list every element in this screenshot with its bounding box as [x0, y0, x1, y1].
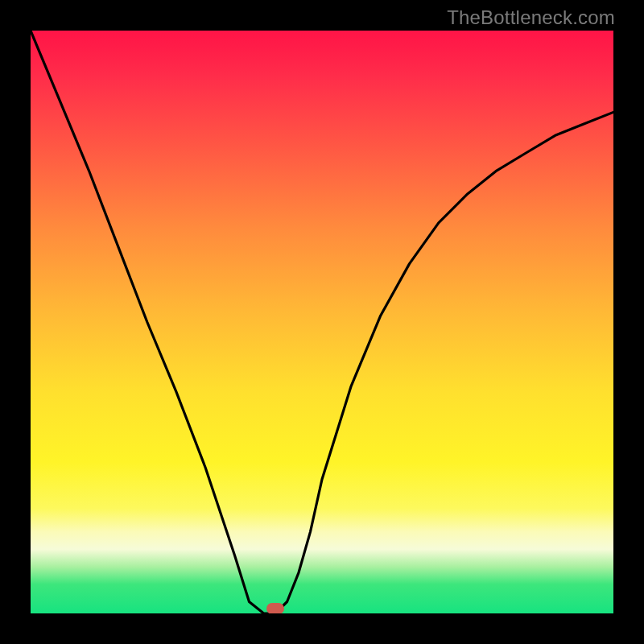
- curve-layer: [31, 31, 613, 613]
- bottleneck-curve: [31, 31, 613, 613]
- optimum-marker: [266, 603, 284, 613]
- plot-area: [31, 31, 613, 613]
- attribution-text: TheBottleneck.com: [447, 6, 615, 29]
- chart-frame: TheBottleneck.com: [0, 0, 644, 644]
